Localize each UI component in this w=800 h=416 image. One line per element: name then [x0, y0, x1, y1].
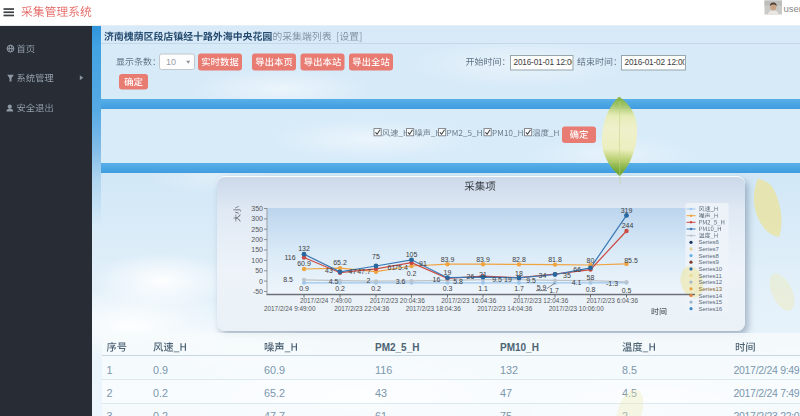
svg-text:2017/2/23 14:04:36: 2017/2/23 14:04:36	[477, 305, 533, 312]
svg-text:9.5: 9.5	[526, 277, 536, 284]
svg-text:2017/2/23 12:04:36: 2017/2/23 12:04:36	[513, 297, 569, 304]
svg-text:35: 35	[563, 272, 571, 279]
svg-text:2017/2/24 9:49:00: 2017/2/24 9:49:00	[264, 305, 316, 312]
svg-text:Series11: Series11	[699, 273, 723, 279]
svg-text:0.2: 0.2	[371, 285, 381, 292]
svg-text:Series14: Series14	[699, 293, 723, 299]
svg-text:-1.3: -1.3	[606, 280, 618, 287]
svg-text:0.2: 0.2	[335, 285, 345, 292]
svg-text:2016-01-02 12:00: 2016-01-02 12:00	[625, 58, 688, 67]
svg-text:Series10: Series10	[699, 266, 723, 272]
svg-text:2: 2	[367, 277, 371, 284]
svg-text:2: 2	[107, 387, 113, 399]
svg-text:132: 132	[298, 245, 310, 252]
svg-text:65.2: 65.2	[333, 259, 347, 266]
svg-text:0.3: 0.3	[443, 285, 453, 292]
svg-text:3: 3	[107, 410, 113, 416]
svg-text:83.9: 83.9	[441, 256, 455, 263]
svg-text:19: 19	[504, 276, 512, 283]
svg-text:60.9: 60.9	[264, 364, 285, 376]
svg-text:Series16: Series16	[699, 306, 723, 312]
svg-text:user: user	[784, 3, 800, 14]
svg-text:34: 34	[539, 272, 547, 279]
svg-text:105: 105	[406, 251, 418, 258]
svg-text:2017/2/23 6:04:36: 2017/2/23 6:04:36	[586, 297, 638, 304]
svg-text:60.9: 60.9	[297, 260, 311, 267]
svg-text:300: 300	[251, 215, 263, 222]
svg-text:132: 132	[500, 364, 518, 376]
svg-text:Series12: Series12	[699, 279, 723, 285]
svg-text:9.5: 9.5	[492, 276, 502, 283]
svg-text:8.5: 8.5	[283, 276, 293, 283]
svg-text:5.8: 5.8	[453, 278, 463, 285]
svg-text:0.9: 0.9	[153, 364, 168, 376]
svg-text:85.5: 85.5	[624, 257, 638, 264]
svg-text:66: 66	[573, 266, 581, 273]
svg-text:58: 58	[587, 274, 595, 281]
svg-text:244: 244	[622, 222, 634, 229]
svg-text:82.8: 82.8	[512, 256, 526, 263]
svg-text:10: 10	[166, 57, 176, 67]
svg-text:1.7: 1.7	[549, 287, 559, 294]
svg-text:0.2: 0.2	[153, 410, 168, 416]
svg-text:200: 200	[251, 236, 263, 243]
svg-text:350: 350	[251, 205, 263, 212]
svg-text:150: 150	[251, 246, 263, 253]
svg-text:PM2_5_H: PM2_5_H	[375, 342, 419, 353]
svg-text:0.9: 0.9	[299, 285, 309, 292]
svg-text:319: 319	[621, 207, 633, 214]
svg-text:8.5: 8.5	[622, 364, 637, 376]
svg-text:4.5: 4.5	[329, 278, 339, 285]
svg-text:2017/2/24 7:49:00: 2017/2/24 7:49:00	[300, 297, 352, 304]
svg-text:Series8: Series8	[699, 253, 720, 259]
svg-text:43: 43	[375, 387, 387, 399]
svg-text:2017/2/23 16:04:36: 2017/2/23 16:04:36	[441, 297, 497, 304]
svg-text:61: 61	[375, 410, 387, 416]
svg-text:2017/2/23 20:04:36: 2017/2/23 20:04:36	[370, 297, 426, 304]
svg-text:75: 75	[500, 410, 512, 416]
svg-text:91: 91	[419, 260, 427, 267]
svg-text:18: 18	[515, 270, 523, 277]
svg-text:2017/2/23 10:06:00: 2017/2/23 10:06:00	[549, 305, 605, 312]
svg-text:0.5: 0.5	[622, 287, 632, 294]
svg-text:0.2: 0.2	[407, 270, 417, 277]
svg-text:47: 47	[500, 387, 512, 399]
svg-text:Series13: Series13	[699, 286, 723, 292]
svg-text:116: 116	[375, 364, 392, 376]
svg-text:47: 47	[349, 268, 357, 275]
svg-text:0.8: 0.8	[586, 286, 596, 293]
svg-text:-50: -50	[253, 288, 263, 295]
svg-text:116: 116	[284, 254, 295, 261]
svg-text:0: 0	[259, 278, 263, 285]
svg-text:250: 250	[251, 226, 263, 233]
svg-text:2017/2/24 9:49:0: 2017/2/24 9:49:0	[734, 364, 800, 376]
svg-text:50: 50	[255, 267, 263, 274]
svg-text:2016-01-01 12:00: 2016-01-01 12:00	[514, 58, 577, 67]
svg-text:16: 16	[433, 276, 441, 283]
svg-text:2017/2/23 18:04:36: 2017/2/23 18:04:36	[406, 305, 462, 312]
svg-text:4.1: 4.1	[572, 279, 582, 286]
svg-text:80: 80	[587, 257, 595, 264]
svg-text:2017/2/24 7:49:0: 2017/2/24 7:49:0	[734, 387, 800, 399]
svg-text:26: 26	[467, 273, 475, 280]
svg-text:47.7: 47.7	[264, 410, 285, 416]
svg-text:1: 1	[107, 364, 113, 376]
svg-text:0.2: 0.2	[153, 387, 168, 399]
svg-text:Series6: Series6	[699, 239, 720, 245]
svg-text:Series7: Series7	[699, 246, 720, 252]
svg-text:81.8: 81.8	[548, 256, 562, 263]
svg-text:1.7: 1.7	[514, 285, 524, 292]
svg-text:47.7: 47.7	[357, 268, 371, 275]
svg-text:75: 75	[372, 253, 380, 260]
svg-text:19: 19	[444, 269, 452, 276]
svg-text:1.1: 1.1	[478, 285, 488, 292]
svg-text:100: 100	[251, 257, 263, 264]
svg-text:2017/2/23 22:04:: 2017/2/23 22:04:	[734, 410, 800, 416]
svg-text:Series15: Series15	[699, 299, 723, 305]
svg-text:3.6: 3.6	[396, 278, 406, 285]
svg-text:83.9: 83.9	[476, 256, 490, 263]
svg-text:43: 43	[325, 267, 333, 274]
svg-text:PM10_H: PM10_H	[500, 342, 539, 353]
svg-text:21: 21	[479, 271, 487, 278]
svg-text:65.2: 65.2	[264, 387, 285, 399]
